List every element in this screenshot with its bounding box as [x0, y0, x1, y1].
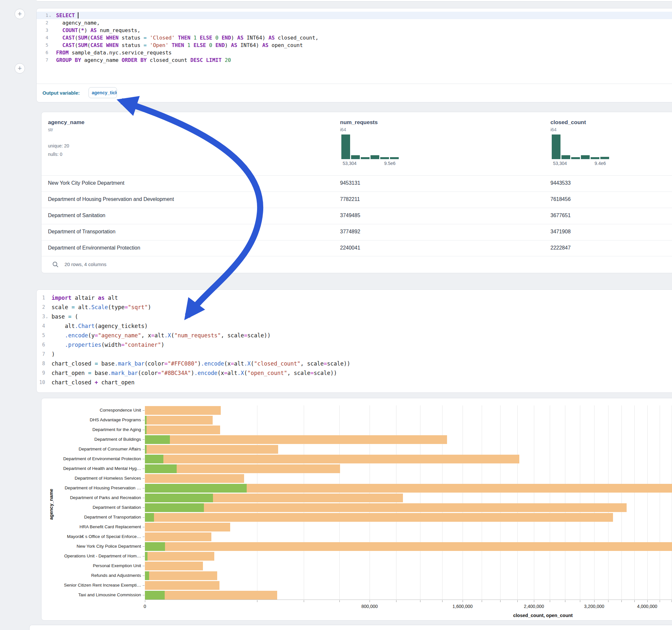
code-token: (color: [145, 360, 164, 367]
x-axis-tick: [534, 600, 534, 602]
open-count-bar[interactable]: [145, 542, 165, 551]
code-token: "num_requests": [174, 332, 221, 339]
x-axis-tick: [396, 600, 397, 602]
closed-count-bar[interactable]: [145, 591, 277, 600]
table-row[interactable]: Department of Sanitation37494853677651: [42, 208, 672, 224]
open-count-bar[interactable]: [145, 552, 147, 561]
code-line[interactable]: 9chart_open = base.mark_bar(color="#8BC3…: [37, 368, 672, 378]
code-line[interactable]: 6FROM sample_data.nyc.service_requests: [37, 49, 672, 56]
column-header[interactable]: closed_count: [550, 119, 586, 126]
column-header[interactable]: num_requests: [340, 119, 378, 126]
line-number: 6: [37, 49, 48, 56]
open-count-bar[interactable]: [145, 435, 170, 444]
closed-count-bar[interactable]: [145, 416, 213, 425]
open-count-bar[interactable]: [145, 513, 154, 522]
closed-count-bar[interactable]: [145, 523, 230, 532]
table-row[interactable]: Department of Housing Preservation and D…: [42, 192, 672, 208]
add-cell-button-mid[interactable]: +: [15, 63, 25, 74]
code-line[interactable]: 4 alt.Chart(agency_tickets): [37, 321, 672, 331]
open-count-bar[interactable]: [145, 503, 204, 512]
open-count-bar[interactable]: [145, 464, 177, 473]
open-count-bar[interactable]: [145, 571, 149, 580]
fold-chevron-icon[interactable]: ⌄: [49, 12, 53, 19]
code-line[interactable]: 2scale = alt.Scale(type="sqrt"): [37, 303, 672, 312]
fold-chevron-icon[interactable]: ⌄: [46, 312, 50, 321]
closed-count-bar[interactable]: [145, 406, 221, 415]
open-count-bar[interactable]: [145, 591, 165, 600]
x-axis-tick: [550, 600, 550, 602]
histogram-bin: [361, 157, 369, 159]
search-icon[interactable]: [52, 261, 59, 268]
closed-count-bar[interactable]: [145, 562, 203, 571]
open-count-bar[interactable]: [145, 455, 163, 463]
code-token: SUM: [78, 42, 87, 48]
column-stat: nulls: 0: [48, 152, 62, 157]
code-line[interactable]: 7GROUP BY agency_name ORDER BY closed_co…: [37, 56, 672, 64]
closed-count-bar[interactable]: [145, 445, 278, 454]
code-line[interactable]: 6 .properties(width="container"): [37, 340, 672, 350]
open-count-bar[interactable]: [145, 484, 247, 492]
closed-count-bar[interactable]: [145, 455, 519, 463]
table-cell: Department of Sanitation: [48, 213, 105, 218]
code-token: "#FFC080": [168, 360, 197, 367]
code-line[interactable]: 8chart_closed = base.mark_bar(color="#FF…: [37, 359, 672, 368]
closed-count-bar[interactable]: [145, 513, 613, 522]
y-axis-tick: [143, 537, 145, 537]
code-line[interactable]: 3 COUNT(*) AS num_requests,: [37, 27, 672, 34]
code-line[interactable]: 10chart_closed + chart_open: [37, 378, 672, 387]
closed-count-bar[interactable]: [145, 552, 214, 561]
x-axis-tick: [594, 600, 595, 602]
closed-count-bar[interactable]: [145, 426, 220, 434]
histogram-bin: [561, 155, 570, 159]
table-row[interactable]: Department of Environmental Protection22…: [42, 240, 672, 256]
column-header[interactable]: agency_name: [48, 119, 84, 126]
code-line[interactable]: 1⌄SELECT: [37, 12, 672, 19]
code-line[interactable]: 5 .encode(y="agency_name", x=alt.X("num_…: [37, 331, 672, 340]
sql-code-editor[interactable]: 1⌄SELECT 2 agency_name,3 COUNT(*) AS num…: [37, 8, 672, 84]
column-histogram[interactable]: [341, 135, 400, 159]
code-token: =: [144, 35, 147, 41]
closed-count-bar[interactable]: [145, 532, 211, 541]
add-cell-button-top[interactable]: +: [15, 9, 25, 19]
x-axis-tick-label: 0: [144, 604, 146, 609]
code-line[interactable]: 5 CAST(SUM(CASE WHEN status = 'Open' THE…: [37, 42, 672, 49]
closed-count-bar[interactable]: [145, 503, 627, 512]
y-axis-tick: [143, 595, 145, 595]
y-axis-label: Department of Parks and Recreation: [51, 495, 141, 500]
y-axis-label: DHS Advantage Programs: [51, 417, 141, 422]
gridline: [442, 406, 442, 600]
code-line[interactable]: 4 CAST(SUM(CASE WHEN status = 'Closed' T…: [37, 34, 672, 42]
open-count-bar[interactable]: [145, 493, 213, 502]
column-histogram[interactable]: [552, 135, 610, 159]
code-line[interactable]: 2 agency_name,: [37, 19, 672, 27]
closed-count-bar[interactable]: [145, 542, 672, 551]
code-token: ELSE: [194, 42, 206, 48]
code-line[interactable]: 7): [37, 350, 672, 359]
open-count-bar[interactable]: [145, 445, 146, 454]
gridline: [482, 406, 482, 600]
code-token: =: [224, 370, 227, 376]
code-token: , x: [141, 332, 151, 339]
output-variable-pill[interactable]: agency_tickets: [89, 87, 117, 98]
code-token: chart_closed: [51, 379, 95, 386]
closed-count-bar[interactable]: [145, 581, 219, 590]
open-count-bar[interactable]: [145, 426, 146, 434]
chart-card: Correspondence UnitDHS Advantage Program…: [41, 398, 672, 621]
closed-count-bar[interactable]: [145, 435, 447, 444]
open-count-bar[interactable]: [145, 416, 146, 425]
line-number: 2: [37, 19, 48, 27]
table-row[interactable]: Department of Transportation377489234719…: [42, 224, 672, 240]
closed-count-bar[interactable]: [145, 571, 217, 580]
closed-count-bar[interactable]: [145, 474, 244, 483]
code-line[interactable]: 1import altair as alt: [37, 293, 672, 303]
python-code-editor[interactable]: 1import altair as alt2scale = alt.Scale(…: [37, 290, 672, 393]
code-token: CAST: [62, 42, 75, 48]
table-row[interactable]: New York City Police Department945313194…: [42, 175, 672, 192]
x-axis-tick: [462, 600, 463, 602]
y-axis-label: Senior Citizen Rent Increase Exempti…: [51, 583, 141, 587]
code-token: scale)): [314, 370, 337, 376]
code-token: [197, 35, 200, 41]
histogram-bin: [390, 157, 399, 159]
x-axis-tick: [420, 600, 421, 602]
code-line[interactable]: 3⌄base = (: [37, 312, 672, 321]
